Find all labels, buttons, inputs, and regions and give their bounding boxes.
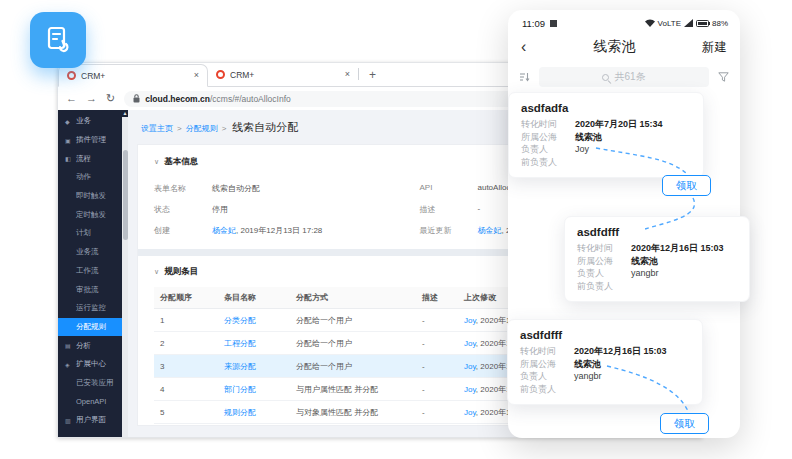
card-field: 转化时间2020年12月16日 15:03 (520, 345, 690, 358)
cell-name: 工程分配 (218, 332, 290, 355)
chevron-down-icon[interactable]: ∨ (154, 158, 159, 166)
sidebar-item-OpenAPI[interactable]: OpenAPI (58, 392, 122, 411)
carrier-label: VoLTE (658, 19, 681, 28)
create-new-button[interactable]: 新建 (702, 39, 727, 56)
card-field: 转化时间2020年7月20日 15:34 (521, 118, 691, 131)
user-link[interactable]: Joy (464, 316, 476, 325)
card-field-value: yangbr (574, 370, 602, 383)
filter-icon[interactable] (718, 72, 729, 82)
search-input[interactable]: 共61条 (539, 67, 709, 87)
card-field-label: 负责人 (521, 143, 575, 156)
lock-icon (133, 94, 140, 103)
sidebar-item-icon: ◈ (65, 361, 73, 368)
url-domain: cloud.hecom.cn (145, 94, 210, 104)
info-field: 创建杨金妃, 2019年12月13日 17:28 (154, 220, 420, 241)
card-field: 前负责人 (577, 280, 737, 293)
breadcrumb-link[interactable]: 分配规则 (186, 123, 218, 134)
lead-card-title: asdfadfa (521, 102, 691, 114)
sort-icon[interactable] (519, 72, 530, 82)
rule-link[interactable]: 规则分配 (224, 408, 256, 417)
user-link[interactable]: 杨金妃 (478, 226, 502, 235)
breadcrumb-link[interactable]: 设置主页 (141, 123, 173, 134)
phone-search-row: 共61条 (508, 62, 740, 92)
rule-link[interactable]: 部门分配 (224, 385, 256, 394)
sidebar-item-业务流[interactable]: 业务流 (58, 243, 122, 262)
field-label: 创建 (154, 225, 212, 236)
tab-title: CRM+ (81, 71, 189, 81)
column-header: 描述 (416, 287, 458, 309)
card-field-label: 转化时间 (577, 242, 631, 255)
sidebar-item-分配规则[interactable]: 分配规则 (58, 318, 122, 337)
sidebar-item-动作[interactable]: 动作 (58, 168, 122, 187)
breadcrumb-separator: > (222, 124, 227, 133)
sidebar-item-label: 即时触发 (76, 191, 106, 201)
reload-icon[interactable]: ↻ (106, 93, 115, 104)
card-field: 负责人Joy (521, 143, 691, 156)
cell-desc: - (416, 355, 458, 378)
claim-button[interactable]: 领取 (662, 175, 711, 196)
rule-link[interactable]: 分类分配 (224, 316, 256, 325)
info-field: 表单名称线索自动分配 (154, 178, 420, 199)
sidebar-item-插件管理[interactable]: ▣插件管理 (58, 131, 122, 150)
sidebar-item-用户界面[interactable]: ▥用户界面 (58, 411, 122, 430)
sidebar-item-扩展中心[interactable]: ◈扩展中心 (58, 355, 122, 374)
sidebar-item-label: 分析 (76, 341, 91, 351)
card-field-value: 2020年12月16日 15:03 (574, 345, 667, 358)
new-tab-button[interactable]: + (359, 68, 386, 86)
sidebar-scrollbar[interactable]: ▲ (122, 110, 128, 437)
sidebar-item-工作流[interactable]: 工作流 (58, 262, 122, 281)
cell-name: 部门分配 (218, 378, 290, 401)
cell-order: 3 (154, 355, 218, 378)
sidebar-item-分析[interactable]: ▤分析 (58, 336, 122, 355)
back-icon[interactable]: ← (66, 93, 77, 104)
sidebar-item-label: 动作 (76, 172, 91, 182)
sidebar-item-定时触发[interactable]: 定时触发 (58, 205, 122, 224)
lead-card[interactable]: asdfdfff转化时间2020年12月16日 15:03所属公海线索池负责人y… (564, 216, 750, 302)
rule-link[interactable]: 来源分配 (224, 362, 256, 371)
sidebar-item-label: 工作流 (76, 266, 99, 276)
sidebar-item-运行监控[interactable]: 运行监控 (58, 299, 122, 318)
status-time: 11:09 (522, 18, 545, 29)
rule-link[interactable]: 工程分配 (224, 339, 256, 348)
tab-close-icon[interactable]: × (345, 70, 350, 79)
user-link[interactable]: Joy (464, 408, 476, 417)
scroll-up-icon[interactable]: ▲ (122, 110, 128, 117)
user-link[interactable]: Joy (464, 362, 476, 371)
phone-nav-bar: ‹ 线索池 新建 (508, 32, 740, 62)
sidebar-item-即时触发[interactable]: 即时触发 (58, 187, 122, 206)
battery-percent: 88% (712, 19, 728, 28)
sidebar-item-label: 插件管理 (76, 135, 106, 145)
scrollbar-thumb[interactable] (123, 150, 128, 240)
card-field: 所属公海线索池 (520, 358, 690, 371)
sidebar-item-审批流[interactable]: 审批流 (58, 280, 122, 299)
chevron-down-icon[interactable]: ∨ (154, 268, 159, 276)
page-title: 线索自动分配 (232, 120, 298, 135)
url-path: /ccms/#/autoAllocInfo (210, 94, 291, 104)
user-link[interactable]: 杨金妃 (212, 226, 236, 235)
card-field: 负责人yangbr (520, 370, 690, 383)
claim-button[interactable]: 领取 (660, 413, 709, 434)
lead-card[interactable]: asdfadfa转化时间2020年7月20日 15:34所属公海线索池负责人Jo… (508, 92, 704, 178)
card-field-value: Joy (575, 143, 589, 156)
sidebar-item-label: 已安装应用 (76, 378, 114, 388)
form-signature-icon (41, 23, 75, 57)
sidebar-item-业务[interactable]: ◆业务 (58, 112, 122, 131)
forward-icon[interactable]: → (86, 93, 97, 104)
user-link[interactable]: Joy (464, 339, 476, 348)
browser-tab-2[interactable]: CRM+ × (208, 63, 358, 86)
sidebar-item-label: 计划 (76, 228, 91, 238)
tab-close-icon[interactable]: × (194, 71, 199, 80)
browser-tab-1[interactable]: CRM+ × (58, 64, 208, 87)
user-link[interactable]: Joy (464, 385, 476, 394)
lead-card-title: asdfdfff (577, 226, 737, 238)
sidebar-item-label: 审批流 (76, 285, 99, 295)
lead-card-title: asdfdfff (520, 329, 690, 341)
sidebar-item-计划[interactable]: 计划 (58, 224, 122, 243)
lead-card[interactable]: asdfdfff转化时间2020年12月16日 15:03所属公海线索池负责人y… (507, 319, 703, 405)
sidebar-item-流程[interactable]: ◧流程 (58, 149, 122, 168)
search-placeholder: 共61条 (614, 70, 645, 84)
sidebar-item-已安装应用[interactable]: 已安装应用 (58, 374, 122, 393)
sidebar-item-icon: ▣ (65, 137, 73, 144)
sidebar-item-label: OpenAPI (76, 397, 106, 406)
cell-method: 分配给一个用户 (290, 332, 416, 355)
